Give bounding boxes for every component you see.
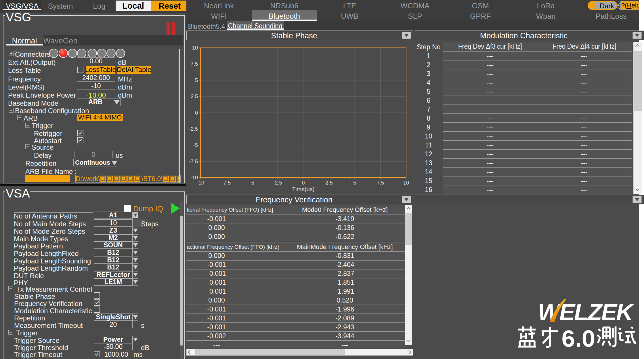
svg-text:-5: -5 bbox=[250, 180, 254, 186]
svg-text:0: 0 bbox=[195, 110, 198, 116]
svg-text:-7.5: -7.5 bbox=[222, 180, 231, 186]
svg-text:7.5: 7.5 bbox=[191, 61, 198, 67]
svg-text:2.5: 2.5 bbox=[191, 94, 198, 99]
svg-text:2.5: 2.5 bbox=[325, 180, 332, 186]
svg-text:-10: -10 bbox=[190, 175, 198, 181]
svg-text:0: 0 bbox=[302, 180, 305, 186]
svg-text:6.0: 6.0 bbox=[561, 325, 595, 351]
svg-text:-2.5: -2.5 bbox=[189, 126, 198, 132]
svg-text:10: 10 bbox=[403, 180, 409, 186]
svg-text:-2.5: -2.5 bbox=[273, 180, 282, 186]
svg-text:5: 5 bbox=[195, 77, 198, 83]
svg-text:7.5: 7.5 bbox=[377, 180, 384, 186]
svg-text:5: 5 bbox=[353, 180, 356, 186]
svg-text:-7.5: -7.5 bbox=[189, 159, 198, 164]
svg-text:-10: -10 bbox=[197, 180, 204, 186]
svg-text:-5: -5 bbox=[193, 142, 198, 148]
svg-text:Time(us): Time(us) bbox=[292, 186, 314, 192]
svg-text:10: 10 bbox=[192, 45, 198, 51]
